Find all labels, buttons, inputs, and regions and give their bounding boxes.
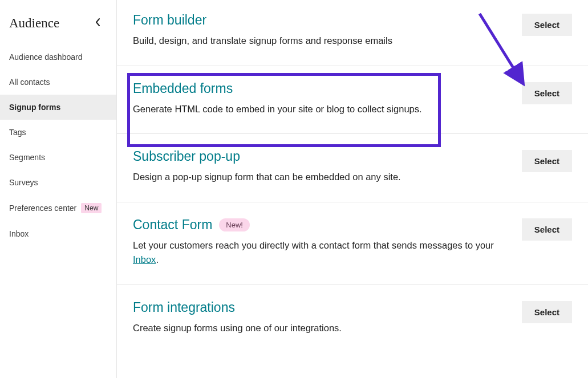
app-root: Audience Audience dashboard All contacts… [0,0,588,378]
sidebar-item-surveys[interactable]: Surveys [0,170,116,195]
chevron-left-icon [95,18,101,29]
card-desc-pre: Let your customers reach you directly wi… [133,240,494,250]
card-desc: Create signup forms using one of our int… [133,321,342,336]
sidebar-item-label: All contacts [9,78,50,87]
form-card-contact-form: Contact Form New! Let your customers rea… [117,202,588,285]
sidebar-item-label: Surveys [9,178,38,187]
card-title-text: Form integrations [133,300,235,315]
sidebar-item-label: Audience dashboard [9,52,82,62]
select-button-embedded-forms[interactable]: Select [522,82,572,104]
card-title: Subscriber pop-up [133,149,401,164]
card-title-text: Contact Form [133,217,212,233]
card-desc-post: . [156,254,159,265]
sidebar-item-label: Tags [9,128,26,137]
sidebar-item-tags[interactable]: Tags [0,120,116,145]
card-desc: Build, design, and translate signup form… [133,34,392,48]
sidebar-item-all-contacts[interactable]: All contacts [0,70,116,95]
card-body: Embedded forms Generate HTML code to emb… [133,81,422,117]
card-title: Contact Form New! [133,217,498,233]
sidebar-item-inbox[interactable]: Inbox [0,221,116,246]
select-button-subscriber-popup[interactable]: Select [522,150,572,172]
card-title-text: Subscriber pop-up [133,149,240,164]
sidebar: Audience Audience dashboard All contacts… [0,0,117,378]
select-button-form-integrations[interactable]: Select [522,301,572,323]
select-button-contact-form[interactable]: Select [522,218,572,241]
card-desc: Let your customers reach you directly wi… [133,238,498,267]
sidebar-item-signup-forms[interactable]: Signup forms [0,95,116,120]
card-body: Contact Form New! Let your customers rea… [133,217,498,267]
card-body: Form builder Build, design, and translat… [133,13,392,48]
sidebar-collapse-button[interactable] [91,17,105,30]
sidebar-item-audience-dashboard[interactable]: Audience dashboard [0,44,116,70]
card-title: Embedded forms [133,81,422,96]
inbox-link[interactable]: Inbox [133,254,156,265]
select-button-form-builder[interactable]: Select [522,14,572,36]
card-desc: Generate HTML code to embed in your site… [133,102,422,117]
new-badge: New [81,203,102,213]
form-card-embedded-forms: Embedded forms Generate HTML code to emb… [117,66,588,135]
sidebar-title: Audience [9,16,59,31]
sidebar-item-preferences-center[interactable]: Preferences center New [0,195,116,221]
card-title-text: Embedded forms [133,81,233,96]
new-badge: New! [219,218,250,231]
card-desc: Design a pop-up signup form that can be … [133,170,401,185]
sidebar-item-label: Signup forms [9,103,60,112]
sidebar-item-segments[interactable]: Segments [0,145,116,170]
sidebar-item-label: Segments [9,153,45,162]
sidebar-item-label: Inbox [9,229,29,238]
sidebar-nav: Audience dashboard All contacts Signup f… [0,44,116,246]
card-title: Form builder [133,13,392,28]
form-card-subscriber-popup: Subscriber pop-up Design a pop-up signup… [117,134,588,202]
card-body: Form integrations Create signup forms us… [133,300,342,336]
card-body: Subscriber pop-up Design a pop-up signup… [133,149,401,185]
card-title: Form integrations [133,300,342,315]
main-content: Form builder Build, design, and translat… [117,0,588,378]
sidebar-item-label: Preferences center [9,204,76,213]
sidebar-header: Audience [0,16,116,44]
form-card-form-builder: Form builder Build, design, and translat… [117,0,588,66]
form-card-form-integrations: Form integrations Create signup forms us… [117,285,588,353]
card-title-text: Form builder [133,13,206,28]
